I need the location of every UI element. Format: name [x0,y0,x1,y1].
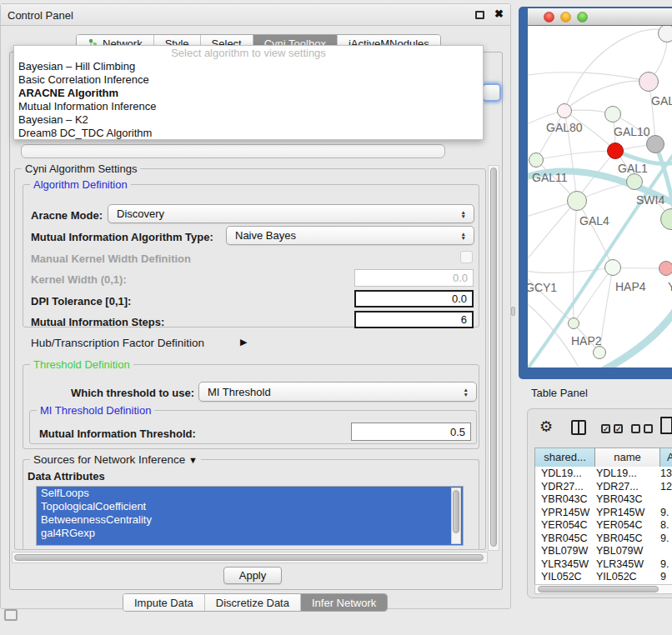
mi-type-combobox[interactable]: Naive Bayes ▲▼ [226,226,474,245]
gear-icon[interactable]: ⚙ [539,418,553,436]
column-header-partial[interactable]: A [660,448,672,467]
tab[interactable]: Discretize Data [205,594,301,611]
checked-checkbox-icon[interactable]: ✓ [601,424,610,433]
field-value: 0.0 [453,272,468,284]
column-header-shared-name[interactable]: shared... [535,448,595,467]
table-row[interactable]: YBL079W YBL079W [535,545,672,558]
algorithm-dropdown-popup: Select algorithm to view settings Bayesi… [13,45,484,140]
cell-shared-name: YDL19... [541,468,582,481]
dropdown-hint: Select algorithm to view settings [14,46,483,60]
group-title: MI Threshold Definition [37,404,154,417]
document-icon[interactable] [660,417,672,434]
aracne-mode-combobox[interactable]: Discovery ▲▼ [108,204,474,223]
mi-steps-label: Mutual Information Steps: [31,316,164,328]
node-circle[interactable] [639,72,659,92]
bottom-tabbar: Impute Data Discretize Data Infer Networ… [123,593,388,612]
node-label: HAP4 [615,280,646,293]
column-header-name[interactable]: name [595,448,660,467]
dropdown-item[interactable]: ARACNE Algorithm [14,87,483,100]
attribute-list-item[interactable]: TopologicalCoefficient [37,500,463,513]
tab[interactable]: Infer Network [301,594,387,611]
node-circle[interactable] [593,346,606,359]
collapsed-arrow-icon[interactable]: ▶ [240,337,247,348]
attribute-list-scrollbar[interactable] [451,488,461,544]
minimize-traffic-light[interactable] [560,12,571,22]
table-horizontal-scrollbar[interactable] [534,584,672,594]
attribute-list-item[interactable]: gal4RGexp [37,527,463,540]
unchecked-checkbox-icon[interactable] [631,424,640,433]
table-row[interactable]: YBR043C YBR043C [535,493,672,507]
unchecked-checkbox-icon[interactable] [644,424,653,433]
cell-value: 12 [660,481,672,494]
settings-horizontal-scrollbar[interactable] [12,552,488,563]
table-row[interactable]: YIL052C YIL052C 9 [535,571,672,584]
algorithm-combobox-partial[interactable] [21,144,445,158]
settings-vertical-scrollbar[interactable] [488,165,499,551]
table-row[interactable]: YLR345W YLR345W 9. [535,558,672,572]
node-label: GAL4 [579,214,609,228]
attribute-list-item[interactable]: SelfLoops [37,487,463,500]
float-window-icon[interactable] [475,11,484,19]
node-circle[interactable] [604,259,621,276]
attribute-list-item[interactable]: BetweennessCentrality [37,513,463,527]
node-circle[interactable] [568,318,579,329]
scrollbar-thumb[interactable] [490,168,497,547]
node-circle[interactable] [557,103,572,118]
cell-value: 13 [660,468,672,481]
close-traffic-light[interactable] [544,12,554,22]
minimized-panel-icon[interactable] [4,609,18,621]
node-label: GCY1 [528,281,557,294]
node-circle[interactable] [604,106,621,122]
node-circle[interactable] [646,135,664,153]
dropdown-item[interactable]: Mutual Information Inference [14,100,483,113]
mi-steps-field[interactable]: 6 [354,311,474,328]
node-table: shared... name A YDL19... YDL19... 13 YD… [534,448,672,586]
network-window-titlebar[interactable] [528,8,672,26]
scrollbar-thumb[interactable] [14,554,484,561]
network-canvas[interactable]: GAL GAL80 GAL10 GAL1 [528,26,672,368]
node-circle[interactable] [658,26,672,42]
node-circle[interactable] [607,142,624,159]
close-icon[interactable]: ✖ [494,8,504,20]
kernel-width-label: Kernel Width (0,1): [31,273,127,286]
scrollbar-thumb[interactable] [453,490,459,533]
node-circle[interactable] [659,261,672,276]
kernel-width-field[interactable]: 0.0 [354,269,474,287]
node-label: GAL11 [532,171,568,184]
table-row[interactable]: YBR045C YBR045C 9. [535,532,672,546]
hub-section-label: Hub/Transcription Factor Definition [31,337,204,349]
node-circle[interactable] [626,173,643,190]
table-row[interactable]: YPR145W YPR145W 9. [535,507,672,520]
apply-button[interactable]: Apply [223,567,282,584]
checked-checkbox-icon[interactable]: ✓ [614,424,623,433]
sources-title[interactable]: Sources for Network Inference ▼ [30,453,201,466]
node-label: GAL80 [546,121,583,134]
node-label: Y [668,280,672,293]
node-label: GAL [651,94,672,108]
node-circle[interactable] [529,152,544,168]
dropdown-item[interactable]: Dream8 DC_TDC Algorithm [14,127,483,140]
dropdown-item[interactable]: Bayesian – Hill Climbing [14,60,483,73]
dpi-tolerance-field[interactable]: 0.0 [354,290,474,308]
dropdown-item[interactable]: Basic Correlation Inference [14,73,483,87]
manual-kernel-checkbox[interactable] [460,251,473,263]
dropdown-item[interactable]: Bayesian – K2 [14,113,483,127]
tab[interactable]: Impute Data [123,594,205,611]
tab-label: Impute Data [134,597,193,609]
cell-value: 9. [660,532,669,546]
focused-combo-button[interactable] [482,83,501,102]
node-circle[interactable] [567,191,587,211]
panel-divider-handle[interactable] [511,307,515,316]
zoom-traffic-light[interactable] [577,12,588,22]
table-row[interactable]: YDR27... YDR27... 12 [535,481,672,494]
window-title: Control Panel [8,9,73,22]
mi-threshold-field[interactable]: 0.5 [351,422,471,441]
field-value: 0.0 [452,292,467,305]
column-layout-icon[interactable] [571,420,586,435]
table-row[interactable]: YDL19... YDL19... 13 [535,468,672,481]
scrollbar-thumb[interactable] [538,586,659,592]
table-row[interactable]: YER054C YER054C 8. [535,519,672,532]
data-attributes-list[interactable]: SelfLoops TopologicalCoefficient Between… [36,486,464,546]
cell-value: 9. [660,558,669,572]
which-threshold-combobox[interactable]: MI Threshold ▲▼ [198,382,477,402]
